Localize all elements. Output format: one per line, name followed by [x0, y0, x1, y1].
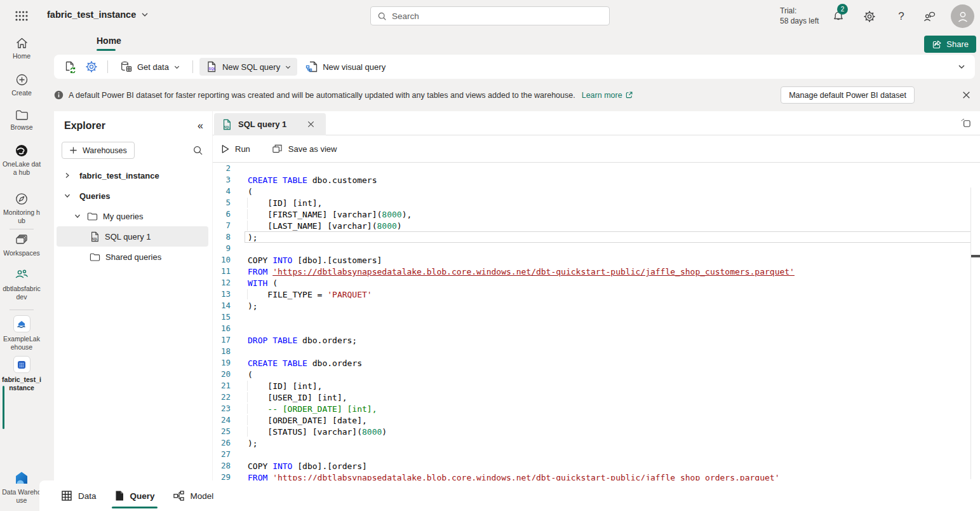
code-text	[245, 243, 971, 254]
code-line[interactable]: 24 [ORDER_DATE] [date],	[213, 414, 980, 426]
help-button[interactable]: ?	[894, 9, 909, 24]
code-line[interactable]: 18	[213, 346, 980, 357]
code-line[interactable]: 7 [LAST_NAME] [varchar](8000)	[213, 220, 980, 231]
code-line[interactable]: 2	[213, 163, 980, 174]
code-line[interactable]: 14);	[213, 300, 980, 311]
code-line[interactable]: 5 [ID] [int],	[213, 197, 980, 208]
code-line[interactable]: 28COPY INTO [dbo].[orders]	[213, 460, 980, 472]
line-number: 22	[213, 392, 231, 403]
sidebar-item-browse[interactable]: Browse	[0, 109, 43, 132]
global-search[interactable]	[370, 6, 610, 25]
code-line[interactable]: 26);	[213, 437, 980, 449]
model-icon	[173, 490, 185, 501]
get-data-button[interactable]: Get data	[114, 58, 186, 76]
code-line[interactable]: 25 [STATUS] [varchar](8000)	[213, 426, 980, 437]
tab-data[interactable]: Data	[52, 480, 105, 511]
code-line[interactable]: 12WITH (	[213, 277, 980, 289]
code-editor[interactable]: 23CREATE TABLE dbo.customers4(5 [ID] [in…	[213, 163, 980, 479]
collapse-ribbon-button[interactable]	[955, 60, 969, 73]
chevron-down-icon[interactable]	[63, 192, 72, 200]
tab-sql-query-1[interactable]: SQL SQL query 1	[214, 113, 326, 135]
code-line[interactable]: 21 [ID] [int],	[213, 380, 980, 392]
new-sql-query-button[interactable]: SQL New SQL query	[199, 58, 297, 76]
code-line[interactable]: 17DROP TABLE dbo.orders;	[213, 334, 980, 346]
editor-scrollbar[interactable]	[970, 187, 971, 479]
code-line[interactable]: 6 [FIRST_NAME] [varchar](8000),	[213, 208, 980, 220]
warehouse-settings-button[interactable]	[82, 58, 101, 76]
toolbar-divider	[107, 60, 108, 73]
feedback-button[interactable]	[922, 9, 937, 24]
sidebar-item-label: ExampleLakehouse	[2, 335, 41, 351]
share-button[interactable]: Share	[924, 36, 976, 53]
feedback-icon	[923, 10, 937, 23]
sidebar-item-workspaces[interactable]: Workspaces	[0, 234, 43, 257]
code-line[interactable]: 15	[213, 311, 980, 323]
indent-guide	[247, 198, 248, 208]
code-text	[245, 323, 971, 334]
code-line[interactable]: 8);	[213, 231, 980, 243]
explorer-search-icon[interactable]	[192, 145, 203, 156]
chevron-right-icon[interactable]	[63, 172, 72, 179]
add-warehouses-button[interactable]: Warehouses	[62, 142, 135, 159]
sidebar-item-examplelakehouse[interactable]: ExampleLakehouse	[0, 315, 43, 351]
chevron-down-icon[interactable]	[73, 212, 82, 220]
code-line[interactable]: 22 [USER_ID] [int],	[213, 392, 980, 403]
learn-more-link[interactable]: Learn more	[582, 91, 633, 100]
code-line[interactable]: 9	[213, 243, 980, 254]
editor-tabstrip: SQL SQL query 1	[213, 111, 980, 135]
tab-home[interactable]: Home	[97, 36, 121, 51]
code-line[interactable]: 20(	[213, 369, 980, 380]
copy-button[interactable]	[960, 118, 972, 129]
rail-divider	[10, 310, 34, 310]
code-line[interactable]: 27	[213, 449, 980, 460]
new-visual-query-button[interactable]: New visual query	[300, 58, 391, 76]
banner-close-button[interactable]	[958, 88, 974, 103]
collapse-explorer-button[interactable]: «	[198, 120, 203, 132]
code-line[interactable]: 3CREATE TABLE dbo.customers	[213, 174, 980, 186]
line-number: 12	[213, 277, 231, 289]
sidebar-item-home[interactable]: Home	[0, 37, 43, 60]
info-icon	[54, 90, 64, 100]
run-button[interactable]: Run	[221, 144, 250, 154]
code-text: FILE_TYPE = 'PARQUET'	[245, 289, 971, 300]
code-line[interactable]: 4(	[213, 186, 980, 197]
tree-item-queries[interactable]: Queries	[54, 186, 212, 206]
sidebar-item-create[interactable]: Create	[0, 73, 43, 97]
code-line[interactable]: 11FROM 'https://dbtlabsynapsedatalake.bl…	[213, 266, 980, 277]
line-number: 9	[213, 243, 231, 254]
code-line[interactable]: 10COPY INTO [dbo].[customers]	[213, 254, 980, 266]
notifications-button[interactable]: 2	[831, 9, 846, 24]
tab-query[interactable]: Query	[105, 480, 164, 511]
sidebar-item-onelake-data-hub[interactable]: OneLake data hub	[0, 144, 43, 177]
workspace-title-menu[interactable]: fabric_test_instance	[47, 10, 149, 20]
sidebar-item-monitoring-hub[interactable]: Monitoring hub	[0, 192, 43, 225]
code-line[interactable]: 16	[213, 323, 980, 334]
account-avatar[interactable]	[951, 4, 974, 28]
code-text: );	[245, 231, 971, 243]
search-input[interactable]	[392, 11, 603, 21]
view-switcher-bar: Data Query Model	[39, 480, 980, 511]
refresh-report-button[interactable]	[60, 58, 79, 76]
tab-close-button[interactable]	[304, 118, 317, 131]
sidebar-item-data-warehouse[interactable]: Data Warehouse	[0, 470, 43, 505]
code-line[interactable]: 23 -- [ORDER_DATE] [int],	[213, 403, 980, 414]
sidebar-item-dbtlabsfabricdev[interactable]: dbtlabsfabricdev	[0, 268, 43, 301]
tree-item-warehouse[interactable]: fabric_test_instance	[54, 165, 212, 186]
chevron-down-icon	[957, 62, 966, 71]
tree-item-shared-queries[interactable]: Shared queries	[54, 247, 212, 267]
settings-button[interactable]	[862, 9, 877, 24]
tree-item-sql-query-1[interactable]: SQL SQL query 1	[57, 226, 208, 247]
save-as-view-button[interactable]: Save as view	[272, 144, 337, 154]
tab-model[interactable]: Model	[164, 480, 223, 511]
sidebar-item-fabric-test-instance[interactable]: fabric_test_instance	[0, 356, 43, 392]
save-as-view-label: Save as view	[288, 144, 337, 154]
line-number: 16	[213, 323, 231, 334]
manage-default-dataset-button[interactable]: Manage default Power BI dataset	[781, 86, 915, 104]
code-line[interactable]: 13 FILE_TYPE = 'PARQUET'	[213, 289, 980, 300]
code-text: [ID] [int],	[245, 380, 971, 392]
code-line[interactable]: 19CREATE TABLE dbo.orders	[213, 357, 980, 369]
close-icon	[307, 120, 315, 128]
tree-item-my-queries[interactable]: My queries	[54, 206, 212, 226]
get-data-icon	[120, 60, 133, 73]
app-launcher-icon[interactable]	[9, 6, 34, 25]
